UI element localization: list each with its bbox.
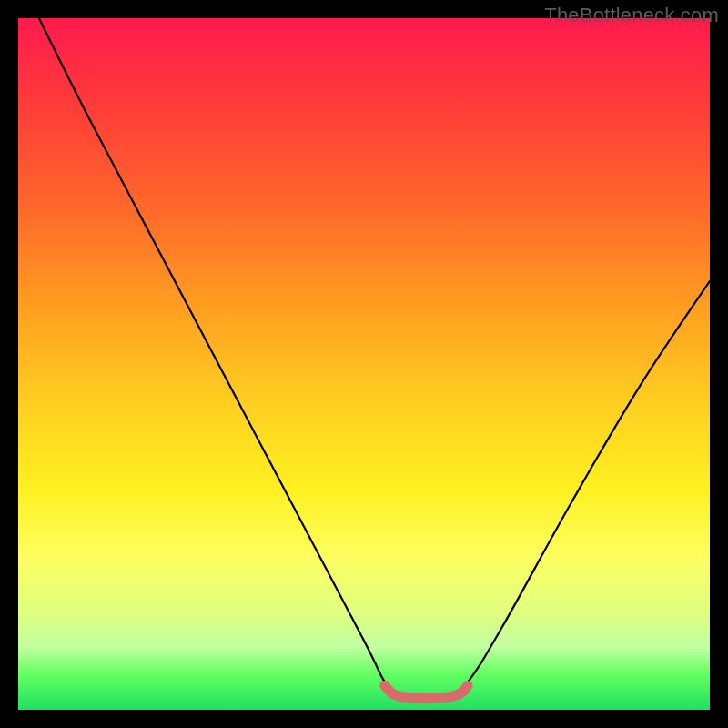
bottleneck-curve <box>39 18 710 697</box>
chart-svg <box>18 18 710 710</box>
watermark-text: TheBottleneck.com <box>544 4 719 27</box>
chart-container: TheBottleneck.com <box>0 0 728 728</box>
plot-area <box>18 18 710 710</box>
optimal-range-marker <box>385 685 468 698</box>
